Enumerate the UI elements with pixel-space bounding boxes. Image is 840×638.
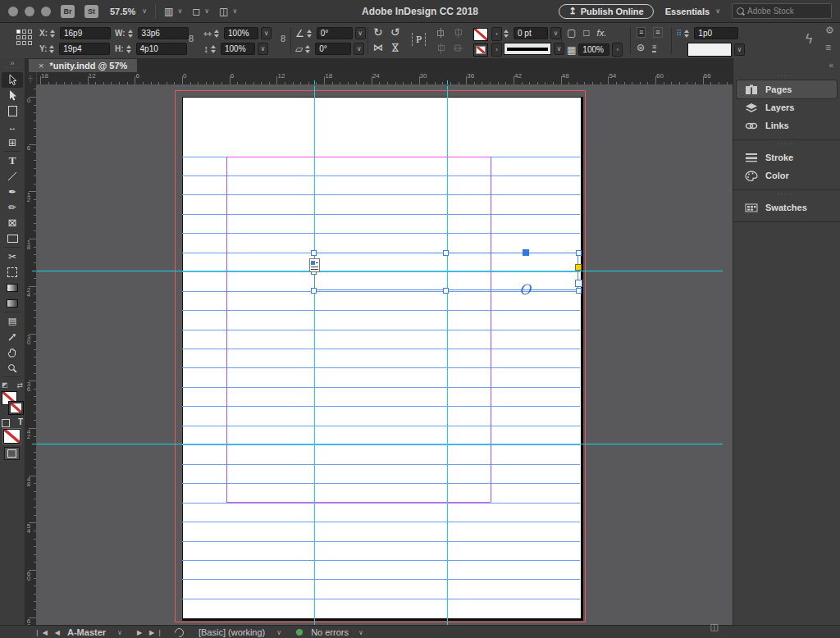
selection-tool[interactable] — [2, 72, 23, 88]
formatting-affects-text-button[interactable]: T — [18, 417, 23, 427]
wrap-object-button[interactable]: ⊜ — [637, 43, 645, 52]
reference-point-proxy[interactable] — [16, 30, 32, 45]
note-tool[interactable]: ▤ — [2, 313, 23, 329]
page-select-dropdown[interactable]: A-Master ∨ — [67, 627, 122, 637]
shear-input[interactable]: 0° — [315, 43, 351, 55]
ruler-guide-horizontal[interactable] — [182, 522, 580, 522]
panel-button-color[interactable]: Color — [737, 166, 837, 185]
tools-panel-header[interactable]: » ······ — [0, 58, 25, 72]
document-tab[interactable]: × *unity.indd @ 57% — [29, 59, 137, 72]
swap-fill-stroke-icon[interactable]: ⇄ — [16, 381, 23, 390]
frame-tool[interactable]: ⊠ — [2, 215, 23, 230]
gap-tool[interactable]: ↔ — [2, 119, 23, 134]
ruler-guide-horizontal[interactable] — [182, 330, 580, 330]
publish-online-button[interactable]: ↥ Publish Online — [559, 4, 653, 19]
object-style-preview[interactable] — [687, 43, 732, 57]
scale-y-stepper[interactable] — [211, 45, 218, 53]
default-swatches-icon[interactable]: ◩ — [2, 381, 8, 389]
bridge-button[interactable]: Br — [61, 5, 75, 18]
wrap-none-button[interactable]: ≡ — [637, 27, 646, 38]
rotation-stepper[interactable] — [307, 30, 314, 38]
last-page-button[interactable]: ▶❘ — [149, 629, 162, 636]
opacity-arrow[interactable]: › — [612, 43, 623, 57]
ruler-guide-horizontal[interactable] — [182, 310, 580, 311]
pencil-tool[interactable]: ✏ — [2, 199, 23, 215]
margin-guide-bottom[interactable] — [226, 502, 491, 503]
corner-edit-handle[interactable] — [575, 264, 582, 271]
canvas-pasteboard[interactable]: O — [36, 84, 733, 625]
corner-options-icon[interactable]: ▢ — [567, 28, 576, 38]
width-input[interactable]: 33p6 — [138, 27, 189, 39]
y-position-input[interactable]: 19p4 — [59, 43, 110, 55]
distribute-v-icon[interactable] — [436, 43, 445, 53]
scale-y-dropdown[interactable]: ∨ — [258, 43, 268, 55]
horizontal-ruler[interactable]: ┼ 181260612182430364248546066 — [25, 72, 733, 85]
height-input[interactable]: 4p10 — [136, 43, 187, 55]
w-stepper[interactable] — [128, 30, 135, 38]
panel-gear-button[interactable]: ⚙ — [825, 25, 834, 35]
panel-menu-button[interactable]: ≡ — [825, 43, 831, 52]
zoom-level-select[interactable]: 57.5% ∨ — [110, 7, 147, 16]
preflight-status-dropdown[interactable]: No errors ∨ — [311, 627, 363, 637]
wrap-jump-button[interactable]: ≡ — [652, 43, 656, 52]
panel-button-links[interactable]: Links — [737, 116, 837, 134]
fill-color-swatch[interactable] — [473, 43, 488, 57]
out-port-handle[interactable] — [575, 280, 582, 287]
vertical-ruler[interactable]: 061 21 82 43 03 64 24 85 46 06 6 — [25, 84, 37, 625]
eyedropper-tool[interactable] — [2, 329, 23, 344]
selection-handle[interactable] — [576, 288, 582, 294]
selection-handle[interactable] — [311, 288, 317, 294]
ruler-guide-horizontal[interactable] — [182, 367, 580, 368]
scale-x-input[interactable]: 100% — [224, 27, 258, 39]
first-page-button[interactable]: ❘◀ — [34, 629, 47, 636]
scale-x-stepper[interactable] — [214, 30, 221, 38]
selection-handle[interactable] — [443, 288, 449, 294]
rectangle-tool[interactable] — [2, 230, 23, 246]
hand-tool[interactable] — [2, 344, 23, 360]
scale-y-input[interactable]: 100% — [221, 43, 255, 55]
corner-size-input[interactable]: 1p0 — [694, 27, 738, 39]
dock-header[interactable]: « — [733, 58, 840, 72]
frame-edges-dropdown[interactable]: ◻ ∨ — [192, 6, 209, 17]
fill-color-arrow[interactable]: › — [491, 43, 502, 57]
panel-button-stroke[interactable]: Stroke — [737, 148, 837, 166]
shear-stepper[interactable] — [305, 45, 313, 53]
ruler-guide-horizontal[interactable] — [182, 579, 580, 580]
stroke-color-arrow[interactable]: › — [491, 27, 502, 41]
selection-handle[interactable] — [443, 250, 449, 256]
ruler-guide-horizontal[interactable] — [182, 406, 580, 407]
scale-x-dropdown[interactable]: ∨ — [261, 27, 272, 39]
h-stepper[interactable] — [126, 45, 134, 53]
ruler-guide-horizontal[interactable] — [182, 349, 580, 349]
next-page-button[interactable]: ▶ — [137, 629, 141, 636]
stroke-swatch[interactable] — [8, 401, 24, 415]
panel-button-swatches[interactable]: Swatches — [737, 198, 837, 216]
preflight-profile-dropdown[interactable]: [Basic] (working) ∨ — [199, 627, 281, 637]
selection-handle[interactable] — [576, 250, 582, 256]
stroke-weight-input[interactable]: 0 pt — [514, 27, 548, 39]
rotation-dropdown[interactable]: ∨ — [355, 27, 366, 39]
ruler-guide-horizontal[interactable] — [182, 214, 580, 215]
ruler-guide-horizontal[interactable] — [182, 560, 580, 561]
align-top-icon[interactable] — [436, 28, 445, 38]
y-stepper[interactable] — [49, 45, 57, 53]
opacity-input[interactable]: 100% — [578, 43, 609, 56]
ruler-guide-horizontal[interactable] — [182, 426, 580, 426]
panel-group-drag-dots[interactable]: ······ — [733, 140, 840, 148]
ruler-guide-horizontal[interactable] — [182, 464, 580, 465]
spread-view-icon[interactable]: ◫ — [710, 622, 719, 632]
panel-group-drag-dots[interactable]: ······ — [733, 72, 840, 80]
apply-none-button[interactable] — [3, 429, 21, 444]
type-tool[interactable]: T — [2, 153, 23, 168]
workspace-switcher[interactable]: Essentials ∨ — [665, 7, 720, 16]
distribute-h-icon[interactable] — [454, 44, 463, 53]
adobe-stock-search[interactable]: Adobe Stock — [732, 3, 832, 19]
free-transform-tool[interactable] — [2, 264, 23, 280]
stroke-type-dropdown[interactable]: ∨ — [554, 43, 564, 55]
shear-dropdown[interactable]: ∨ — [354, 43, 364, 55]
panel-button-pages[interactable]: Pages — [737, 80, 837, 98]
ruler-origin-box[interactable]: ┼ — [25, 72, 37, 84]
ruler-guide-horizontal[interactable] — [182, 233, 580, 234]
view-options-dropdown[interactable]: ▥ ∨ — [164, 6, 182, 17]
stroke-weight-dropdown[interactable]: ∨ — [550, 27, 561, 39]
